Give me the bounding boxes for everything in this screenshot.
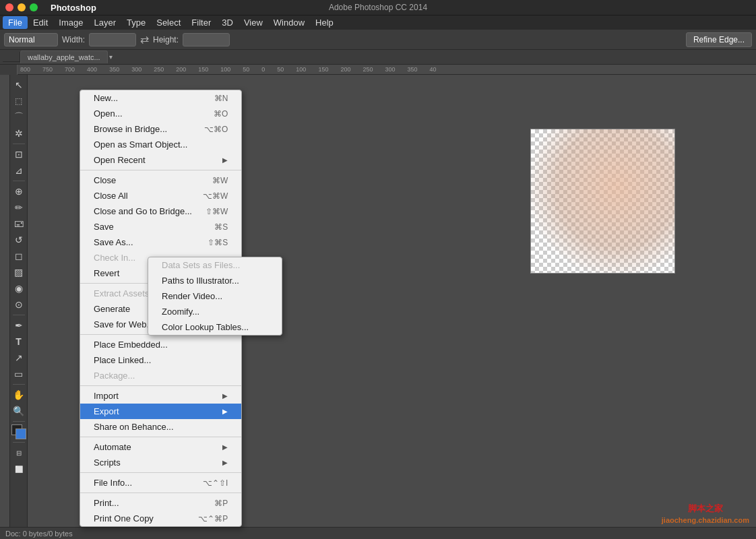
- file-menu-item-open___[interactable]: Open...⌘O: [80, 106, 241, 121]
- shape-tool[interactable]: ▭: [11, 367, 26, 381]
- screen-mode-tool[interactable]: ⬜: [11, 462, 26, 476]
- brush-tool[interactable]: ✏: [11, 200, 26, 215]
- menu-bar-item-window[interactable]: Window: [268, 16, 310, 29]
- file-menu-item-file_info___[interactable]: File Info...⌥⌃⇧I: [80, 475, 241, 490]
- file-menu-item-automate[interactable]: Automate▶: [80, 439, 241, 455]
- menu-item-label: Print One Copy: [94, 513, 154, 524]
- export-submenu-item-paths_to_illustrator___[interactable]: Paths to Illustrator...: [148, 273, 282, 288]
- width-input[interactable]: [89, 33, 136, 46]
- blur-tool[interactable]: ◉: [11, 281, 26, 296]
- file-menu-item-close[interactable]: Close⌘W: [80, 172, 241, 188]
- magic-wand-tool[interactable]: ✲: [11, 126, 26, 141]
- file-menu-item-save[interactable]: Save⌘S: [80, 219, 241, 234]
- horizontal-ruler: 8007507004003503002502001501005005010015…: [18, 65, 756, 74]
- lasso-tool[interactable]: ⌒: [11, 110, 26, 125]
- move-tool[interactable]: ↖: [11, 77, 26, 92]
- menu-bar-item-edit[interactable]: Edit: [28, 16, 53, 29]
- hand-tool[interactable]: ✋: [11, 387, 26, 402]
- menu-bar-item-type[interactable]: Type: [121, 16, 151, 29]
- file-menu-item-browse_in_bridge___[interactable]: Browse in Bridge...⌥⌘O: [80, 121, 241, 137]
- height-input[interactable]: [183, 33, 230, 46]
- submenu-arrow-icon: ▶: [222, 443, 228, 451]
- pen-tool[interactable]: ✒: [11, 318, 26, 333]
- export-submenu-label: Data Sets as Files...: [162, 260, 240, 270]
- menu-item-label: Save for Web...: [94, 319, 154, 329]
- export-submenu-item-render_video___[interactable]: Render Video...: [148, 288, 282, 304]
- file-menu-item-open_as_smart_object___[interactable]: Open as Smart Object...: [80, 137, 241, 152]
- menu-bar-item-select[interactable]: Select: [151, 16, 186, 29]
- ruler-tick: 350: [408, 66, 418, 73]
- export-submenu-label: Zoomify...: [162, 307, 199, 317]
- eraser-tool[interactable]: ◻: [11, 249, 26, 263]
- tab-collapse-icon[interactable]: ▾: [109, 53, 113, 61]
- refine-edge-button[interactable]: Refine Edge...: [686, 32, 752, 47]
- ruler-corner: [3, 52, 20, 62]
- menu-item-label: Open Recent: [94, 155, 146, 165]
- menu-bar-item-view[interactable]: View: [239, 16, 268, 29]
- title-bar: Photoshop Adobe Photoshop CC 2014: [0, 0, 756, 15]
- window-controls[interactable]: [5, 3, 38, 11]
- quick-mask-tool[interactable]: ⊟: [11, 445, 26, 460]
- menu-bar-item-help[interactable]: Help: [310, 16, 339, 29]
- ruler-tick: 300: [385, 66, 395, 73]
- clone-tool[interactable]: 🖃: [11, 216, 26, 231]
- canvas-image: [531, 129, 674, 273]
- crop-tool[interactable]: ⊡: [11, 147, 26, 162]
- file-menu-item-open_recent[interactable]: Open Recent▶: [80, 152, 241, 168]
- ruler-tick: 200: [176, 66, 186, 73]
- ruler-tick: 100: [296, 66, 306, 73]
- file-menu-item-print___[interactable]: Print...⌘P: [80, 495, 241, 511]
- export-submenu-item-zoomify___[interactable]: Zoomify...: [148, 304, 282, 319]
- color-swatches[interactable]: [11, 424, 26, 439]
- swap-icon[interactable]: ⇄: [140, 33, 149, 46]
- toolbar: Normal Width: ⇄ Height: Refine Edge...: [0, 30, 756, 50]
- file-menu-item-place_embedded___[interactable]: Place Embedded...: [80, 337, 241, 352]
- type-tool[interactable]: T: [11, 334, 26, 349]
- menu-shortcut: ⌥⌃⌘P: [198, 514, 228, 524]
- menu-item-label: Package...: [94, 371, 135, 381]
- path-selection-tool[interactable]: ↗: [11, 350, 26, 365]
- ruler-tick: 350: [109, 66, 119, 73]
- file-menu-item-share_on_behance___[interactable]: Share on Behance...: [80, 419, 241, 435]
- file-menu-item-new___[interactable]: New...⌘N: [80, 90, 241, 106]
- ruler-tick: 250: [154, 66, 164, 73]
- gradient-tool[interactable]: ▨: [11, 265, 26, 280]
- dodge-tool[interactable]: ⊙: [11, 297, 26, 312]
- maximize-button[interactable]: [30, 3, 38, 11]
- menu-item-label: Place Embedded...: [94, 340, 168, 350]
- menu-item-label: Save As...: [94, 237, 133, 247]
- history-brush-tool[interactable]: ↺: [11, 232, 26, 247]
- file-menu-item-close_all[interactable]: Close All⌥⌘W: [80, 188, 241, 203]
- menu-bar-item-filter[interactable]: Filter: [186, 16, 216, 29]
- ruler-tick: 0: [261, 66, 265, 73]
- menu-separator: [80, 170, 241, 170]
- tab-document[interactable]: wallaby_apple_watc...: [20, 51, 108, 63]
- selection-tool[interactable]: ⬚: [11, 94, 26, 108]
- watermark-line1: 脚本之家: [662, 503, 749, 515]
- minimize-button[interactable]: [18, 3, 26, 11]
- healing-tool[interactable]: ⊕: [11, 184, 26, 199]
- file-menu-item-close_and_go_to_bridge___[interactable]: Close and Go to Bridge...⇧⌘W: [80, 203, 241, 219]
- ruler-tick: 100: [220, 66, 230, 73]
- file-menu-item-scripts[interactable]: Scripts▶: [80, 455, 241, 470]
- menu-bar-item-file[interactable]: File: [3, 16, 28, 29]
- export-submenu-label: Render Video...: [162, 291, 222, 301]
- close-button[interactable]: [5, 3, 13, 11]
- tab-bar: wallaby_apple_watc... ▾: [0, 50, 756, 65]
- mode-select[interactable]: Normal: [4, 33, 58, 46]
- menu-item-label: New...: [94, 93, 118, 103]
- menu-bar-item-image[interactable]: Image: [53, 16, 88, 29]
- menu-shortcut: ⌥⌘W: [203, 191, 228, 201]
- file-menu-item-save_as___[interactable]: Save As...⇧⌘S: [80, 234, 241, 250]
- eyedropper-tool[interactable]: ⊿: [11, 163, 26, 178]
- menu-item-label: Export: [94, 406, 119, 416]
- menu-bar-item-3d[interactable]: 3D: [216, 16, 239, 29]
- menu-bar-item-layer[interactable]: Layer: [89, 16, 122, 29]
- menu-shortcut: ⌥⌃⇧I: [203, 478, 228, 488]
- export-submenu-item-color_lookup_tables___[interactable]: Color Lookup Tables...: [148, 319, 282, 335]
- file-menu-item-export[interactable]: Export▶: [80, 404, 241, 419]
- file-menu-item-place_linked___[interactable]: Place Linked...: [80, 352, 241, 368]
- file-menu-item-print_one_copy[interactable]: Print One Copy⌥⌃⌘P: [80, 511, 241, 526]
- file-menu-item-import[interactable]: Import▶: [80, 388, 241, 404]
- zoom-tool[interactable]: 🔍: [11, 404, 26, 418]
